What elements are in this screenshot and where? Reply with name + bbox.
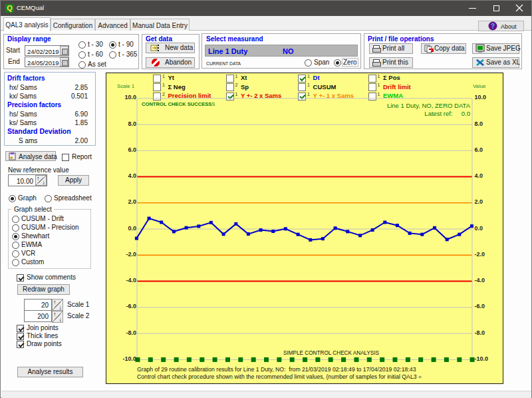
svg-text:?: ? (491, 23, 495, 30)
